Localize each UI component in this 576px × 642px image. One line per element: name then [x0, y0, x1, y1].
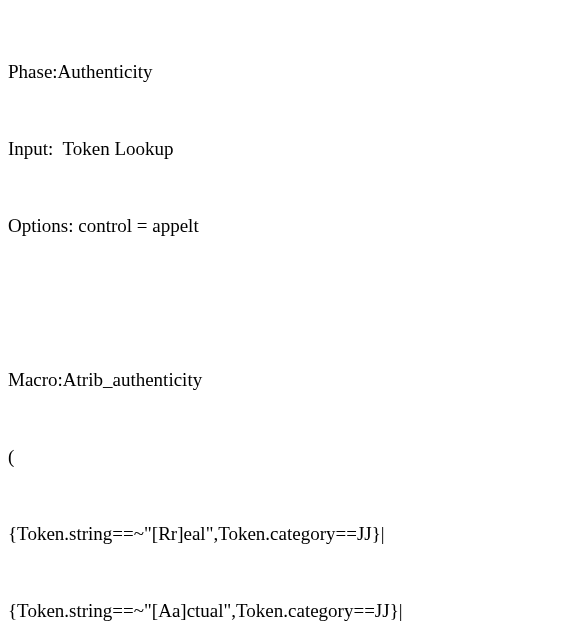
code-line: Phase:Authenticity — [8, 59, 568, 85]
code-line: ( — [8, 444, 568, 470]
code-line: Macro:Atrib_authenticity — [8, 367, 568, 393]
code-line: {Token.string==~"[Aa]ctual",Token.catego… — [8, 598, 568, 624]
code-line: Options: control = appelt — [8, 213, 568, 239]
code-line: Input: Token Lookup — [8, 136, 568, 162]
code-line: {Token.string==~"[Rr]eal",Token.category… — [8, 521, 568, 547]
code-line-blank — [8, 290, 568, 316]
code-listing: Phase:Authenticity Input: Token Lookup O… — [8, 8, 568, 642]
